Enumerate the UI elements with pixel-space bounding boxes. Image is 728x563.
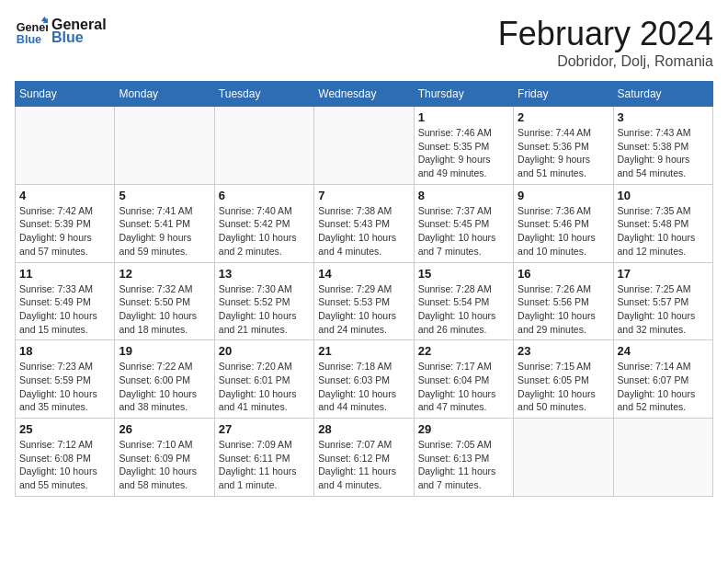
weekday-header-sunday: Sunday bbox=[16, 82, 115, 107]
calendar-cell: 4Sunrise: 7:42 AM Sunset: 5:39 PM Daylig… bbox=[16, 184, 115, 262]
calendar-cell: 16Sunrise: 7:26 AM Sunset: 5:56 PM Dayli… bbox=[514, 262, 613, 340]
day-number: 11 bbox=[19, 267, 110, 281]
day-number: 27 bbox=[219, 422, 310, 436]
calendar-cell bbox=[314, 107, 414, 185]
day-info: Sunrise: 7:25 AM Sunset: 5:57 PM Dayligh… bbox=[618, 282, 709, 337]
day-info: Sunrise: 7:18 AM Sunset: 6:03 PM Dayligh… bbox=[318, 360, 409, 414]
day-info: Sunrise: 7:22 AM Sunset: 6:00 PM Dayligh… bbox=[119, 360, 210, 414]
calendar-cell: 23Sunrise: 7:15 AM Sunset: 6:05 PM Dayli… bbox=[514, 340, 613, 419]
day-number: 20 bbox=[219, 344, 310, 358]
weekday-header-tuesday: Tuesday bbox=[214, 82, 313, 107]
day-info: Sunrise: 7:05 AM Sunset: 6:13 PM Dayligh… bbox=[418, 438, 509, 492]
day-info: Sunrise: 7:30 AM Sunset: 5:52 PM Dayligh… bbox=[219, 282, 310, 337]
weekday-header-thursday: Thursday bbox=[414, 82, 513, 107]
calendar-header-row: SundayMondayTuesdayWednesdayThursdayFrid… bbox=[16, 82, 713, 107]
calendar-cell: 11Sunrise: 7:33 AM Sunset: 5:49 PM Dayli… bbox=[16, 262, 115, 340]
day-info: Sunrise: 7:14 AM Sunset: 6:07 PM Dayligh… bbox=[618, 360, 709, 414]
calendar-cell: 15Sunrise: 7:28 AM Sunset: 5:54 PM Dayli… bbox=[414, 262, 513, 340]
day-info: Sunrise: 7:46 AM Sunset: 5:35 PM Dayligh… bbox=[418, 126, 509, 180]
day-number: 13 bbox=[219, 267, 310, 281]
day-number: 14 bbox=[318, 267, 409, 281]
day-info: Sunrise: 7:07 AM Sunset: 6:12 PM Dayligh… bbox=[318, 438, 409, 492]
month-title: February 2024 bbox=[498, 15, 713, 53]
day-number: 9 bbox=[518, 189, 609, 202]
day-number: 6 bbox=[219, 189, 310, 202]
calendar-cell: 29Sunrise: 7:05 AM Sunset: 6:13 PM Dayli… bbox=[414, 419, 513, 497]
day-number: 15 bbox=[418, 267, 509, 281]
day-info: Sunrise: 7:35 AM Sunset: 5:48 PM Dayligh… bbox=[618, 204, 709, 259]
weekday-header-wednesday: Wednesday bbox=[314, 82, 414, 107]
calendar-cell bbox=[214, 107, 313, 185]
calendar-cell: 7Sunrise: 7:38 AM Sunset: 5:43 PM Daylig… bbox=[314, 184, 414, 262]
calendar-cell bbox=[115, 107, 214, 185]
day-info: Sunrise: 7:41 AM Sunset: 5:41 PM Dayligh… bbox=[119, 204, 210, 259]
day-number: 4 bbox=[19, 189, 110, 202]
day-number: 26 bbox=[119, 422, 210, 436]
weekday-header-friday: Friday bbox=[514, 82, 613, 107]
day-info: Sunrise: 7:42 AM Sunset: 5:39 PM Dayligh… bbox=[19, 204, 110, 259]
day-info: Sunrise: 7:37 AM Sunset: 5:45 PM Dayligh… bbox=[418, 204, 509, 259]
day-number: 29 bbox=[418, 422, 509, 436]
weekday-header-monday: Monday bbox=[115, 82, 214, 107]
day-info: Sunrise: 7:43 AM Sunset: 5:38 PM Dayligh… bbox=[618, 126, 709, 180]
day-info: Sunrise: 7:44 AM Sunset: 5:36 PM Dayligh… bbox=[518, 126, 609, 180]
calendar-cell: 9Sunrise: 7:36 AM Sunset: 5:46 PM Daylig… bbox=[514, 184, 613, 262]
calendar-cell bbox=[16, 107, 115, 185]
weekday-header-saturday: Saturday bbox=[613, 82, 712, 107]
title-block: February 2024 Dobridor, Dolj, Romania bbox=[498, 15, 713, 70]
calendar-week-3: 11Sunrise: 7:33 AM Sunset: 5:49 PM Dayli… bbox=[16, 262, 713, 340]
calendar-cell: 5Sunrise: 7:41 AM Sunset: 5:41 PM Daylig… bbox=[115, 184, 214, 262]
logo-icon: General Blue bbox=[15, 15, 48, 48]
day-number: 22 bbox=[418, 344, 509, 358]
calendar-cell: 2Sunrise: 7:44 AM Sunset: 5:36 PM Daylig… bbox=[514, 107, 613, 185]
calendar-cell: 1Sunrise: 7:46 AM Sunset: 5:35 PM Daylig… bbox=[414, 107, 513, 185]
calendar-cell bbox=[613, 419, 712, 497]
day-number: 3 bbox=[618, 110, 709, 124]
location-title: Dobridor, Dolj, Romania bbox=[498, 53, 713, 70]
calendar-cell: 26Sunrise: 7:10 AM Sunset: 6:09 PM Dayli… bbox=[115, 419, 214, 497]
day-number: 24 bbox=[618, 344, 709, 358]
day-info: Sunrise: 7:17 AM Sunset: 6:04 PM Dayligh… bbox=[418, 360, 509, 414]
day-info: Sunrise: 7:28 AM Sunset: 5:54 PM Dayligh… bbox=[418, 282, 509, 337]
page-header: General Blue General Blue February 2024 … bbox=[15, 15, 713, 70]
calendar-cell: 17Sunrise: 7:25 AM Sunset: 5:57 PM Dayli… bbox=[613, 262, 712, 340]
calendar-cell: 6Sunrise: 7:40 AM Sunset: 5:42 PM Daylig… bbox=[214, 184, 313, 262]
day-info: Sunrise: 7:32 AM Sunset: 5:50 PM Dayligh… bbox=[119, 282, 210, 337]
day-number: 23 bbox=[518, 344, 609, 358]
calendar-cell: 19Sunrise: 7:22 AM Sunset: 6:00 PM Dayli… bbox=[115, 340, 214, 419]
day-number: 1 bbox=[418, 110, 509, 124]
calendar-cell: 12Sunrise: 7:32 AM Sunset: 5:50 PM Dayli… bbox=[115, 262, 214, 340]
calendar-week-5: 25Sunrise: 7:12 AM Sunset: 6:08 PM Dayli… bbox=[16, 419, 713, 497]
day-info: Sunrise: 7:12 AM Sunset: 6:08 PM Dayligh… bbox=[19, 438, 110, 492]
day-number: 28 bbox=[318, 422, 409, 436]
day-number: 2 bbox=[518, 110, 609, 124]
day-number: 25 bbox=[19, 422, 110, 436]
calendar-cell: 22Sunrise: 7:17 AM Sunset: 6:04 PM Dayli… bbox=[414, 340, 513, 419]
calendar-week-4: 18Sunrise: 7:23 AM Sunset: 5:59 PM Dayli… bbox=[16, 340, 713, 419]
calendar-cell: 18Sunrise: 7:23 AM Sunset: 5:59 PM Dayli… bbox=[16, 340, 115, 419]
logo: General Blue General Blue bbox=[15, 15, 107, 48]
day-info: Sunrise: 7:40 AM Sunset: 5:42 PM Dayligh… bbox=[219, 204, 310, 259]
day-number: 16 bbox=[518, 267, 609, 281]
calendar-cell: 21Sunrise: 7:18 AM Sunset: 6:03 PM Dayli… bbox=[314, 340, 414, 419]
day-number: 10 bbox=[618, 189, 709, 202]
day-info: Sunrise: 7:09 AM Sunset: 6:11 PM Dayligh… bbox=[219, 438, 310, 492]
day-info: Sunrise: 7:10 AM Sunset: 6:09 PM Dayligh… bbox=[119, 438, 210, 492]
day-number: 7 bbox=[318, 189, 409, 202]
day-info: Sunrise: 7:38 AM Sunset: 5:43 PM Dayligh… bbox=[318, 204, 409, 259]
day-info: Sunrise: 7:20 AM Sunset: 6:01 PM Dayligh… bbox=[219, 360, 310, 414]
calendar-cell: 3Sunrise: 7:43 AM Sunset: 5:38 PM Daylig… bbox=[613, 107, 712, 185]
day-number: 21 bbox=[318, 344, 409, 358]
calendar-cell: 13Sunrise: 7:30 AM Sunset: 5:52 PM Dayli… bbox=[214, 262, 313, 340]
calendar-cell: 20Sunrise: 7:20 AM Sunset: 6:01 PM Dayli… bbox=[214, 340, 313, 419]
calendar-cell: 28Sunrise: 7:07 AM Sunset: 6:12 PM Dayli… bbox=[314, 419, 414, 497]
calendar-week-1: 1Sunrise: 7:46 AM Sunset: 5:35 PM Daylig… bbox=[16, 107, 713, 185]
calendar-cell: 10Sunrise: 7:35 AM Sunset: 5:48 PM Dayli… bbox=[613, 184, 712, 262]
calendar-week-2: 4Sunrise: 7:42 AM Sunset: 5:39 PM Daylig… bbox=[16, 184, 713, 262]
svg-text:Blue: Blue bbox=[17, 33, 41, 46]
calendar-cell: 8Sunrise: 7:37 AM Sunset: 5:45 PM Daylig… bbox=[414, 184, 513, 262]
calendar-cell: 24Sunrise: 7:14 AM Sunset: 6:07 PM Dayli… bbox=[613, 340, 712, 419]
day-number: 17 bbox=[618, 267, 709, 281]
day-info: Sunrise: 7:15 AM Sunset: 6:05 PM Dayligh… bbox=[518, 360, 609, 414]
day-info: Sunrise: 7:26 AM Sunset: 5:56 PM Dayligh… bbox=[518, 282, 609, 337]
